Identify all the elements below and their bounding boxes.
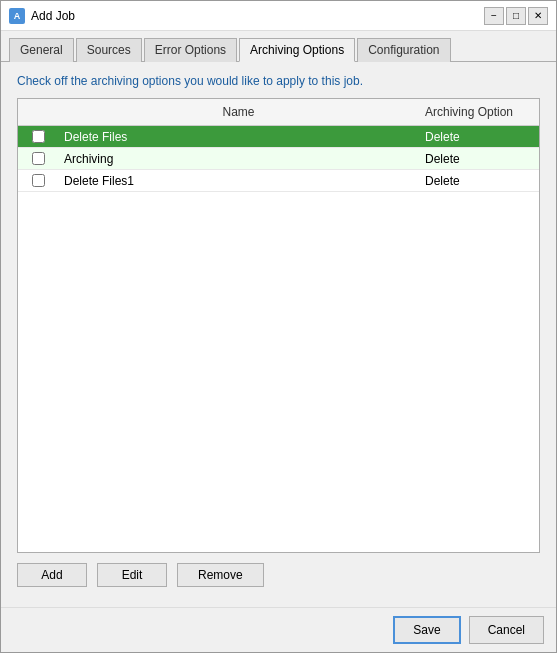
edit-button[interactable]: Edit [97, 563, 167, 587]
app-icon: A [9, 8, 25, 24]
header-name: Name [58, 103, 419, 121]
window-title: Add Job [31, 9, 75, 23]
table-row[interactable]: Delete Files Delete [18, 126, 539, 148]
row-name-3: Delete Files1 [58, 172, 419, 190]
tab-general[interactable]: General [9, 38, 74, 62]
table-body: Delete Files Delete Archiving Delete [18, 126, 539, 552]
row-name-1: Delete Files [58, 128, 419, 146]
instruction-text: Check off the archiving options you woul… [17, 74, 540, 88]
table-row[interactable]: Archiving Delete [18, 148, 539, 170]
header-checkbox-col [18, 103, 58, 121]
checkbox-1[interactable] [32, 130, 45, 143]
table-header: Name Archiving Option [18, 99, 539, 126]
tab-error-options[interactable]: Error Options [144, 38, 237, 62]
row-option-1: Delete [419, 128, 539, 146]
row-checkbox-1[interactable] [18, 130, 58, 143]
close-button[interactable]: ✕ [528, 7, 548, 25]
row-name-2: Archiving [58, 150, 419, 168]
checkbox-2[interactable] [32, 152, 45, 165]
title-bar-left: A Add Job [9, 8, 75, 24]
main-window: A Add Job − □ ✕ General Sources Error Op… [0, 0, 557, 653]
maximize-button[interactable]: □ [506, 7, 526, 25]
footer: Save Cancel [1, 607, 556, 652]
row-option-2: Delete [419, 150, 539, 168]
row-checkbox-2[interactable] [18, 152, 58, 165]
title-bar: A Add Job − □ ✕ [1, 1, 556, 31]
title-controls: − □ ✕ [484, 7, 548, 25]
minimize-button[interactable]: − [484, 7, 504, 25]
tab-configuration[interactable]: Configuration [357, 38, 450, 62]
tab-archiving-options[interactable]: Archiving Options [239, 38, 355, 62]
save-button[interactable]: Save [393, 616, 460, 644]
cancel-button[interactable]: Cancel [469, 616, 544, 644]
header-option: Archiving Option [419, 103, 539, 121]
tab-content: Check off the archiving options you woul… [1, 62, 556, 607]
tab-sources[interactable]: Sources [76, 38, 142, 62]
table-row[interactable]: Delete Files1 Delete [18, 170, 539, 192]
archiving-table: Name Archiving Option Delete Files Delet… [17, 98, 540, 553]
add-button[interactable]: Add [17, 563, 87, 587]
row-option-3: Delete [419, 172, 539, 190]
action-buttons: Add Edit Remove [17, 563, 540, 595]
tabs-bar: General Sources Error Options Archiving … [1, 31, 556, 62]
remove-button[interactable]: Remove [177, 563, 264, 587]
checkbox-3[interactable] [32, 174, 45, 187]
row-checkbox-3[interactable] [18, 174, 58, 187]
